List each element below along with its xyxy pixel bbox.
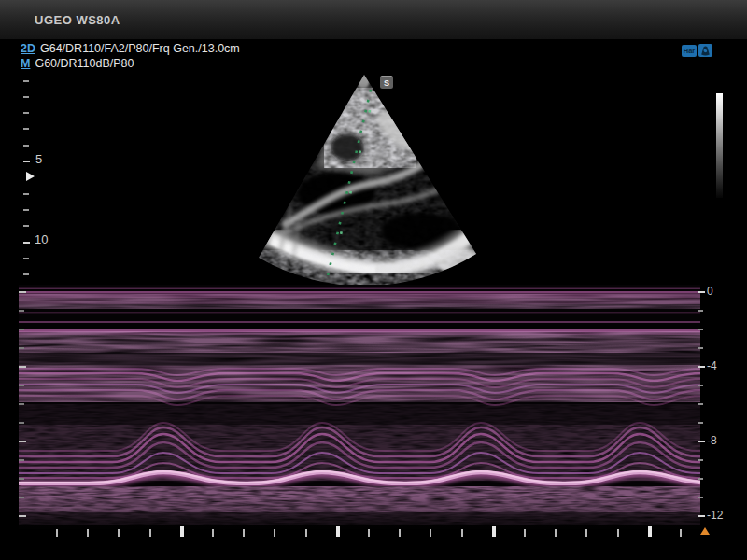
depth-ruler-tick	[23, 273, 29, 275]
mmode-trace-image	[19, 285, 700, 537]
mode-2d-label: 2D	[21, 42, 35, 55]
mode-m-label: M	[21, 57, 30, 70]
mode-m-settings: G60/DR110dB/P80	[35, 57, 134, 70]
depth-ruler-tick	[23, 112, 29, 114]
ultrasound-screen: UGEO WS80A 2DG64/DR110/FA2/P80/Frq Gen./…	[0, 0, 747, 560]
depth-ruler-tick	[23, 96, 29, 98]
sector-image-2d	[220, 69, 500, 289]
grayscale-bar	[716, 93, 723, 198]
depth-ruler-tick	[23, 258, 29, 259]
depth-ruler-tick	[23, 193, 29, 195]
harmonic-badge-label: Har	[684, 47, 696, 55]
mode-2d-settings: G64/DR110/FA2/P80/Frq Gen./13.0cm	[40, 42, 240, 55]
mmode-scale-label: 0	[707, 285, 713, 298]
depth-ruler-tick	[23, 145, 29, 147]
sector-probe-icon[interactable]	[698, 44, 712, 57]
depth-ruler-tick	[23, 80, 29, 82]
orientation-marker-letter: S	[384, 78, 389, 88]
depth-label-10: 10	[35, 232, 48, 246]
mmode-scale-label: -4	[707, 359, 717, 372]
title-bar: UGEO WS80A	[0, 0, 747, 39]
depth-ruler-tick	[23, 161, 30, 162]
probe-glyph	[699, 45, 712, 56]
status-line-m: MG60/DR110dB/P80	[21, 57, 134, 70]
sweep-marker-triangle	[700, 527, 710, 535]
depth-label-5: 5	[35, 152, 42, 166]
depth-ruler-tick	[23, 242, 30, 244]
depth-ruler-tick	[23, 225, 29, 227]
harmonic-badge[interactable]: Har	[682, 45, 697, 57]
status-line-2d: 2DG64/DR110/FA2/P80/Frq Gen./13.0cm	[21, 42, 240, 55]
depth-ruler-tick	[23, 209, 29, 211]
machine-title: UGEO WS80A	[35, 13, 120, 27]
mmode-scale-label: -12	[707, 509, 723, 522]
focus-marker-arrow[interactable]	[26, 172, 35, 181]
depth-ruler-tick	[23, 128, 29, 130]
orientation-marker: S	[380, 76, 393, 89]
mmode-scale-label: -8	[707, 434, 717, 447]
